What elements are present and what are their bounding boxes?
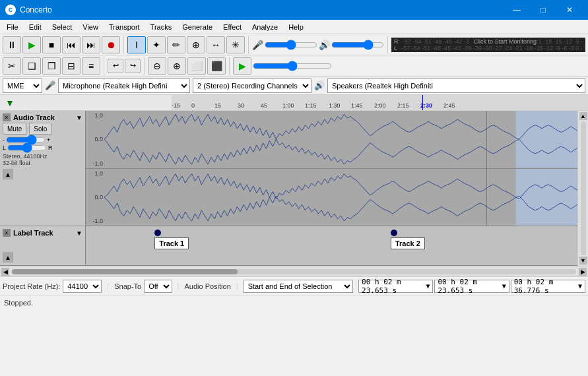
vscroll-up-button[interactable]: ▲ — [579, 112, 587, 120]
skip-end-button[interactable]: ⏭ — [82, 36, 100, 53]
menu-effect[interactable]: Effect — [218, 20, 247, 34]
zoom-tool-button[interactable]: ⊕ — [187, 36, 205, 53]
snap-to-select[interactable]: Off — [144, 280, 172, 293]
track-menu-button[interactable]: ▼ — [76, 114, 82, 121]
horizontal-scrollbar: ◀ ▶ — [0, 266, 588, 276]
project-rate-select[interactable]: 44100 — [63, 280, 102, 293]
cut-button[interactable]: ✂ — [3, 57, 21, 75]
scale--1.0-b: -1.0 — [87, 218, 103, 224]
zoom-in-button[interactable]: ⊕ — [168, 57, 186, 75]
start-monitoring-label[interactable]: Click to Start Monitoring — [474, 38, 537, 45]
api-select[interactable]: MME — [3, 78, 42, 93]
timeline-scale[interactable]: -15 0 15 30 45 1:00 1:15 1:30 1:45 2:00 … — [172, 95, 588, 110]
track-collapse-button[interactable]: ▲ — [3, 169, 13, 179]
scale-bottom: 1.0 0.0 -1.0 — [86, 169, 104, 226]
label-track-controls: × Label Track ▼ ▲ — [0, 226, 86, 265]
undo-button[interactable]: ↩ — [108, 59, 123, 73]
hscroll-thumb[interactable] — [12, 269, 238, 274]
hscroll-right-button[interactable]: ▶ — [579, 268, 587, 276]
vu-top-scale: R -57 -54 -51 -48 -45 -42 -3 Click to St… — [394, 38, 583, 45]
trim-button[interactable]: ⊟ — [62, 57, 81, 75]
playback-rate-slider[interactable] — [253, 61, 332, 71]
timeshift-tool-button[interactable]: ↔ — [207, 36, 225, 53]
position-value-1: 00 h 02 m 23.653 s — [362, 278, 424, 295]
position-spin-2[interactable]: ▼ — [502, 282, 506, 290]
separator-bar-2: | — [178, 282, 180, 290]
separator-bar-3: | — [236, 282, 238, 290]
timeline-left: ▼ — [0, 98, 86, 108]
label-1[interactable]: Track 1 — [154, 230, 189, 249]
record-button[interactable]: ⏺ — [102, 36, 120, 53]
tools-section: I ✦ ✏ ⊕ ↔ ✳ — [127, 36, 245, 53]
label-2[interactable]: Track 2 — [391, 230, 425, 249]
minimize-button[interactable]: — — [504, 0, 530, 20]
position-mode-select[interactable]: Start and End of Selection — [244, 280, 353, 293]
channels-select[interactable]: 2 (Stereo) Recording Channels — [193, 78, 311, 93]
multi-tool-button[interactable]: ✳ — [226, 36, 245, 53]
waveform-channel-bottom: 1.0 0.0 -1.0 — [86, 169, 577, 226]
vscroll-down-button[interactable]: ▼ — [579, 257, 587, 265]
menu-analyze[interactable]: Analyze — [247, 20, 283, 34]
menu-select[interactable]: Select — [47, 20, 78, 34]
stop-button[interactable]: ■ — [42, 36, 61, 53]
output-level-slider[interactable] — [331, 40, 384, 49]
draw-tool-button[interactable]: ✏ — [167, 36, 185, 53]
timeline-mark-115: 1:15 — [305, 102, 317, 109]
position-input-2[interactable]: 00 h 02 m 23.653 s ▼ — [434, 280, 509, 293]
label-close-button[interactable]: × — [3, 229, 11, 237]
pan-slider[interactable] — [7, 144, 47, 152]
menu-transport[interactable]: Transport — [104, 20, 145, 34]
timeline-arrow[interactable]: ▼ — [5, 98, 15, 108]
playback-play-button[interactable]: ▶ — [233, 57, 251, 75]
solo-button[interactable]: Solo — [29, 123, 51, 135]
mute-button[interactable]: Mute — [3, 123, 26, 135]
label-collapse-button[interactable]: ▲ — [3, 252, 13, 263]
track-header: × Audio Track ▼ — [3, 113, 82, 121]
vscroll-track[interactable] — [581, 121, 586, 255]
mic-icon-device: 🎤 — [45, 80, 55, 90]
playback-section: ▶ — [233, 57, 585, 75]
silence-button[interactable]: ≡ — [82, 57, 100, 75]
position-spin-3[interactable]: ▼ — [578, 282, 582, 290]
menu-edit[interactable]: Edit — [24, 20, 47, 34]
close-button[interactable]: ✕ — [556, 0, 583, 20]
hscroll-left-button[interactable]: ◀ — [1, 268, 9, 276]
label-collapse-row: ▲ — [3, 249, 82, 263]
select-tool-button[interactable]: I — [127, 36, 146, 53]
transport-section: ⏸ ▶ ■ ⏮ ⏭ ⏺ — [3, 36, 120, 53]
zoom-fit-button[interactable]: ⬛ — [207, 57, 226, 75]
waveform-display[interactable]: 1.0 0.0 -1.0 — [86, 111, 577, 226]
pause-button[interactable]: ⏸ — [3, 36, 21, 53]
envelope-tool-button[interactable]: ✦ — [147, 36, 166, 53]
play-button[interactable]: ▶ — [22, 36, 41, 53]
timeline-ruler: ▼ -15 0 15 30 45 1:00 1:15 1:30 1:45 2:0… — [0, 95, 588, 111]
status-row-controls: Project Rate (Hz): 44100 | Snap-To Off |… — [0, 277, 588, 296]
paste-button[interactable]: ❒ — [42, 57, 61, 75]
microphone-select[interactable]: Microphone (Realtek High Defini — [58, 78, 190, 93]
window-controls: — □ ✕ — [504, 0, 583, 20]
status-stopped-text: Stopped. — [4, 299, 33, 307]
hscroll-track[interactable] — [12, 269, 576, 274]
skip-start-button[interactable]: ⏮ — [62, 36, 81, 53]
copy-button[interactable]: ❑ — [22, 57, 41, 75]
position-spin-1[interactable]: ▼ — [426, 282, 430, 290]
label-menu-button[interactable]: ▼ — [76, 230, 82, 237]
label-area[interactable]: Track 1 Track 2 — [86, 226, 577, 265]
input-level-slider[interactable] — [265, 40, 317, 49]
position-input-1[interactable]: 00 h 02 m 23.653 s ▼ — [358, 280, 433, 293]
input-level-section: 🎤 🔊 — [252, 40, 384, 50]
menu-view[interactable]: View — [77, 20, 104, 34]
waveform-channel-top: 1.0 0.0 -1.0 — [86, 111, 577, 169]
menu-generate[interactable]: Generate — [177, 20, 218, 34]
maximize-button[interactable]: □ — [530, 0, 556, 20]
mic-icon: 🎤 — [252, 40, 263, 50]
zoom-out-button[interactable]: ⊖ — [148, 57, 166, 75]
menu-help[interactable]: Help — [283, 20, 309, 34]
track-close-button[interactable]: × — [3, 113, 11, 121]
position-input-3[interactable]: 00 h 02 m 36.776 s ▼ — [511, 280, 585, 293]
menu-tracks[interactable]: Tracks — [145, 20, 178, 34]
menu-file[interactable]: File — [1, 20, 24, 34]
speaker-select[interactable]: Speakers (Realtek High Definiti — [327, 78, 585, 93]
zoom-selection-button[interactable]: ⬜ — [187, 57, 206, 75]
redo-button[interactable]: ↪ — [125, 59, 141, 73]
